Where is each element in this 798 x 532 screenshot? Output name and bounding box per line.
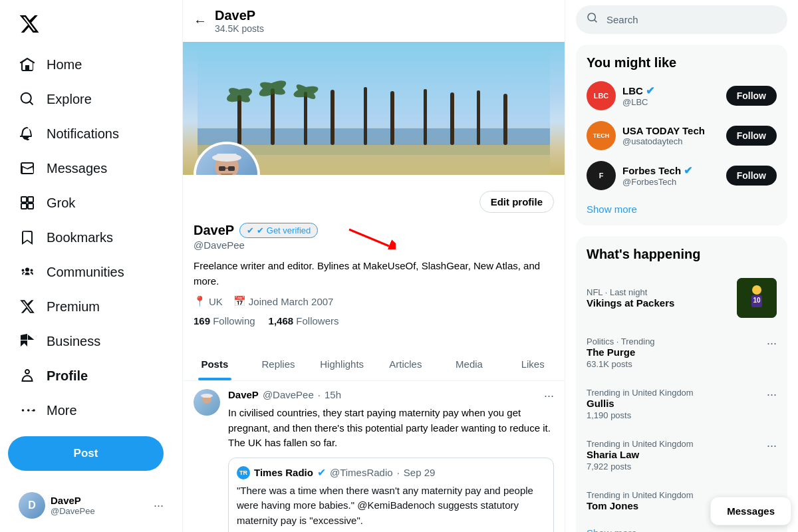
- lbc-follow-button[interactable]: Follow: [726, 86, 777, 106]
- header-profile-name: DaveP: [215, 8, 264, 23]
- svg-rect-13: [424, 89, 427, 145]
- search-box[interactable]: Search: [576, 5, 787, 34]
- tab-likes[interactable]: Likes: [501, 348, 565, 380]
- followers-label: Followers: [296, 315, 338, 327]
- suggestion-usatoday: TECH USA TODAY Tech @usatodaytech Follow: [587, 121, 777, 150]
- profile-banner: [183, 42, 565, 175]
- mail-icon: [19, 160, 36, 177]
- sidebar-item-explore[interactable]: Explore: [8, 82, 174, 116]
- x-premium-icon: [19, 298, 36, 315]
- sidebar-item-label-bookmarks: Bookmarks: [47, 230, 113, 245]
- trend-vikings-content: NFL · Last night Vikings at Packers 10: [587, 278, 777, 318]
- bell-icon: [19, 125, 36, 142]
- svg-rect-7: [237, 95, 241, 145]
- sidebar-item-home[interactable]: Home: [8, 48, 174, 81]
- tab-articles[interactable]: Articles: [374, 348, 438, 380]
- tab-highlights-label: Highlights: [320, 358, 364, 370]
- trend-sharia-count: 7,922 posts: [587, 462, 777, 471]
- svg-rect-2: [21, 203, 27, 209]
- trend-purge-more[interactable]: ···: [767, 336, 777, 350]
- trend-vikings[interactable]: NFL · Last night Vikings at Packers 10: [587, 273, 777, 323]
- svg-rect-11: [364, 87, 367, 145]
- trend-sharia-category: Trending in United Kingdom: [587, 439, 777, 449]
- account-switcher[interactable]: D DaveP @DavePee ···: [8, 484, 174, 527]
- sidebar-item-more[interactable]: More: [8, 394, 174, 427]
- svg-rect-3: [28, 203, 33, 209]
- trend-vikings-image: 10: [737, 278, 777, 318]
- sidebar-item-messages[interactable]: Messages: [8, 152, 174, 185]
- sidebar-item-bookmarks[interactable]: Bookmarks: [8, 221, 174, 254]
- profile-bio: Freelance writer and editor. Bylines at …: [194, 259, 554, 289]
- usatoday-follow-button[interactable]: Follow: [726, 126, 777, 146]
- quote-header: TR Times Radio ✔ @TimesRadio · Sep 29: [237, 466, 545, 479]
- footer-more-dots: ···: [154, 499, 164, 513]
- header-post-count: 34.5K posts: [215, 23, 264, 34]
- tab-replies-label: Replies: [261, 358, 295, 370]
- back-button[interactable]: ←: [194, 13, 207, 29]
- whats-happening-widget: What's happening NFL · Last night Viking…: [576, 236, 787, 532]
- suggestion-lbc: LBC LBC ✔ @LBC Follow: [587, 81, 777, 110]
- usatoday-name: USA TODAY Tech: [622, 125, 720, 136]
- post-more-button[interactable]: ···: [544, 389, 554, 403]
- tab-media[interactable]: Media: [438, 348, 501, 380]
- following-count: 169: [194, 315, 210, 327]
- profile-header-top: ← DaveP 34.5K posts: [183, 0, 565, 42]
- trend-sharia-more[interactable]: ···: [767, 439, 777, 453]
- tab-media-label: Media: [456, 358, 483, 370]
- trend-vikings-category: NFL · Last night: [587, 287, 674, 297]
- get-verified-button[interactable]: ✔ ✔ Get verified: [239, 223, 318, 238]
- profile-tabs: Posts Replies Highlights Articles Media …: [183, 348, 565, 381]
- followers-stat[interactable]: 1,468 Followers: [269, 315, 339, 327]
- messages-toast[interactable]: Messages: [710, 497, 791, 525]
- search-nav-icon: [19, 90, 36, 108]
- trend-gullis-category: Trending in United Kingdom: [587, 388, 777, 398]
- edit-profile-button[interactable]: Edit profile: [479, 191, 554, 213]
- search-placeholder: Search: [606, 14, 638, 25]
- usatoday-info: USA TODAY Tech @usatodaytech: [622, 125, 720, 146]
- quote-name: Times Radio: [254, 467, 313, 478]
- quote-text-content: "There was a time when there wasn't any …: [237, 485, 533, 526]
- sidebar-item-label-communities: Communities: [47, 265, 124, 280]
- trend-gullis[interactable]: Trending in United Kingdom Gullis 1,190 …: [587, 382, 777, 426]
- sidebar-item-grok[interactable]: Grok: [8, 186, 174, 219]
- communities-icon: [19, 263, 36, 281]
- sidebar-item-premium[interactable]: Premium: [8, 290, 174, 323]
- trend-gullis-name: Gullis: [587, 398, 777, 409]
- sidebar-item-business[interactable]: Business: [8, 325, 174, 358]
- footer-name: DaveP: [51, 495, 148, 506]
- quote-separator: ·: [397, 467, 400, 478]
- suggestion-forbes: F Forbes Tech ✔ @ForbesTech Follow: [587, 161, 777, 190]
- sidebar-item-label-explore: Explore: [47, 92, 92, 107]
- tab-highlights[interactable]: Highlights: [310, 348, 374, 380]
- you-might-like-show-more[interactable]: Show more: [587, 201, 777, 215]
- quote-date: Sep 29: [404, 467, 436, 478]
- post-button[interactable]: Post: [8, 436, 164, 471]
- grok-icon: [19, 194, 36, 211]
- sidebar-item-communities[interactable]: Communities: [8, 255, 174, 289]
- svg-text:10: 10: [753, 297, 761, 304]
- svg-rect-16: [503, 94, 507, 145]
- sidebar-item-notifications[interactable]: Notifications: [8, 117, 174, 150]
- following-stat[interactable]: 169 Following: [194, 315, 255, 327]
- forbes-follow-button[interactable]: Follow: [726, 166, 777, 186]
- whats-happening-show-more[interactable]: Show more: [587, 525, 777, 532]
- trend-purge[interactable]: Politics · Trending The Purge 63.1K post…: [587, 331, 777, 374]
- footer-avatar: D: [19, 492, 45, 519]
- location-icon: 📍: [194, 295, 206, 307]
- lbc-info: LBC ✔ @LBC: [622, 84, 720, 107]
- post-author: DaveP @DavePee · 15h: [228, 389, 341, 400]
- calendar-icon: 📅: [233, 295, 246, 307]
- sidebar-item-label-notifications: Notifications: [47, 126, 119, 142]
- tab-posts[interactable]: Posts: [183, 348, 247, 380]
- tab-replies[interactable]: Replies: [247, 348, 311, 380]
- business-icon: [19, 332, 36, 350]
- footer-handle: @DavePee: [51, 506, 148, 516]
- lbc-avatar: LBC: [587, 81, 616, 110]
- x-logo[interactable]: [8, 5, 174, 45]
- whats-happening-title: What's happening: [587, 247, 777, 262]
- trend-gullis-more[interactable]: ···: [767, 388, 777, 402]
- right-sidebar: Search You might like LBC LBC ✔ @LBC Fol…: [565, 0, 798, 532]
- sidebar-item-profile[interactable]: Profile: [8, 359, 174, 392]
- trend-sharia[interactable]: Trending in United Kingdom Sharia Law 7,…: [587, 434, 777, 477]
- svg-rect-10: [331, 90, 334, 145]
